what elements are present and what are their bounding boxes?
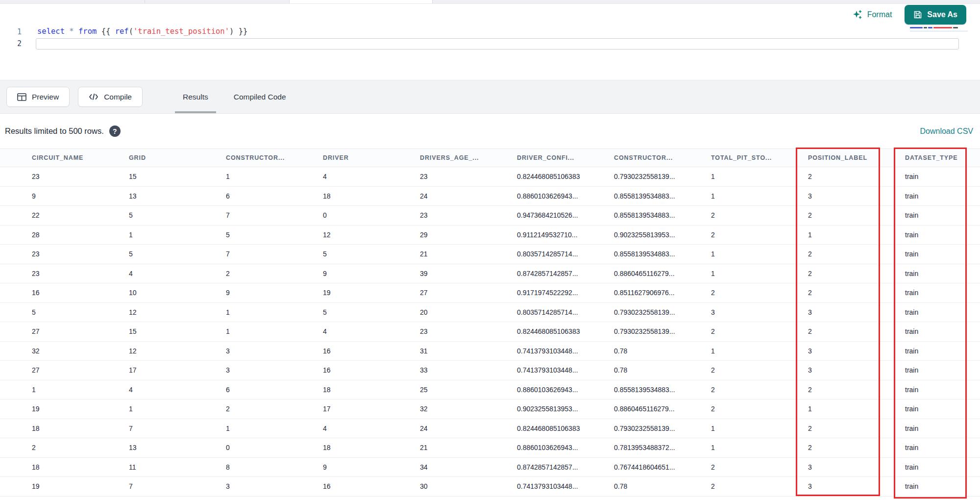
editor-minimap [910,27,968,32]
table-cell: 2 [711,482,808,490]
table-cell: 0.78 [614,482,711,490]
table-cell: 5 [323,250,420,258]
table-cell: 18 [323,444,420,451]
table-cell: 0.9473684210526... [517,211,614,219]
table-cell: 25 [420,386,517,394]
table-cell: 9 [226,289,323,297]
table-cell: 2 [711,327,808,335]
table-cell: 9 [32,192,129,200]
line-number-1: 1 [12,27,22,36]
table-cell: 1 [711,192,808,200]
table-cell: 2 [711,405,808,413]
table-cell: 16 [323,347,420,355]
table-cell: 17 [129,366,226,374]
table-cell: 0.7413793103448... [517,347,614,355]
table-cell: 1 [32,386,129,394]
compile-button[interactable]: Compile [78,87,143,107]
table-cell: 18 [323,192,420,200]
code-line-1[interactable]: select * from {{ ref('train_test_positio… [37,27,247,36]
format-label: Format [867,10,892,19]
table-cell: 1 [711,444,808,451]
file-tabstrip [0,0,980,4]
table-cell: 0 [226,444,323,451]
table-cell: 5 [129,250,226,258]
table-cell: 0.8558139534883... [614,250,711,258]
tab-separator [145,0,145,3]
table-cell: 19 [32,405,129,413]
table-cell: 9 [323,463,420,471]
table-cell: 12 [323,231,420,239]
column-header: DRIVERS_AGE_... [420,154,517,161]
code-token-keyword: ref [115,27,129,36]
row-limit-note: Results limited to 500 rows. [5,126,104,136]
active-file-tab[interactable] [289,0,432,3]
preview-button[interactable]: Preview [6,87,70,107]
table-cell: 2 [226,405,323,413]
table-cell: 0.78 [614,366,711,374]
tab-results[interactable]: Results [170,80,221,113]
table-cell: 23 [32,250,129,258]
active-line-highlight[interactable] [36,38,959,50]
tab-compiled-code-label: Compiled Code [234,93,286,101]
table-cell: 18 [32,463,129,471]
table-cell: 0.824468085106383 [517,173,614,180]
table-cell: 0.8860103626943... [517,192,614,200]
column-header: GRID [129,154,226,161]
save-as-button[interactable]: Save As [905,5,966,25]
table-cell: 27 [32,366,129,374]
table-cell: 33 [420,366,517,374]
table-cell: 4 [323,173,420,180]
code-token-string: 'train_test_position' [133,27,229,36]
table-cell: 1 [129,231,226,239]
download-csv-link[interactable]: Download CSV [920,127,974,136]
table-cell: 1 [711,347,808,355]
tab-compiled-code[interactable]: Compiled Code [221,80,299,113]
annotation-box-position-label [796,148,880,496]
code-token-plain: ) }} [229,27,247,36]
column-header: CIRCUIT_NAME [32,154,129,161]
table-cell: 15 [129,327,226,335]
table-cell: 3 [226,482,323,490]
table-cell: 0.8511627906976... [614,289,711,297]
table-cell: 30 [420,482,517,490]
table-cell: 7 [129,425,226,432]
help-icon[interactable]: ? [109,125,121,137]
sparkles-icon [852,9,863,20]
table-cell: 7 [226,211,323,219]
table-cell: 13 [129,444,226,451]
table-cell: 1 [226,308,323,316]
code-token-plain: {{ [97,27,115,36]
table-cell: 21 [420,444,517,451]
table-cell: 0.7413793103448... [517,482,614,490]
table-cell: 29 [420,231,517,239]
table-cell: 0.8035714285714... [517,308,614,316]
table-cell: 22 [32,211,129,219]
sql-code-editor[interactable]: 1 2 select * from {{ ref('train_test_pos… [0,25,980,80]
table-cell: 16 [32,289,129,297]
table-cell: 4 [129,386,226,394]
table-cell: 13 [129,192,226,200]
format-button[interactable]: Format [852,9,892,20]
annotation-box-dataset-type [894,148,967,499]
column-header: CONSTRUCTOR... [614,154,711,161]
table-cell: 0.7413793103448... [517,366,614,374]
table-cell: 7 [129,482,226,490]
table-cell: 12 [129,308,226,316]
code-token-plain [74,27,78,36]
table-cell: 1 [711,270,808,277]
table-cell: 9 [323,270,420,277]
code-token-plain: ( [129,27,133,36]
table-cell: 3 [226,347,323,355]
table-cell: 7 [226,250,323,258]
table-cell: 0.7930232558139... [614,173,711,180]
table-cell: 0.78 [614,347,711,355]
table-icon [17,93,26,101]
preview-label: Preview [32,93,59,101]
table-cell: 18 [323,386,420,394]
table-cell: 0.7930232558139... [614,425,711,432]
table-cell: 0.8860103626943... [517,444,614,451]
table-cell: 24 [420,425,517,432]
column-header: DRIVER_CONFI... [517,154,614,161]
table-cell: 24 [420,192,517,200]
table-cell: 0.8558139534883... [614,386,711,394]
